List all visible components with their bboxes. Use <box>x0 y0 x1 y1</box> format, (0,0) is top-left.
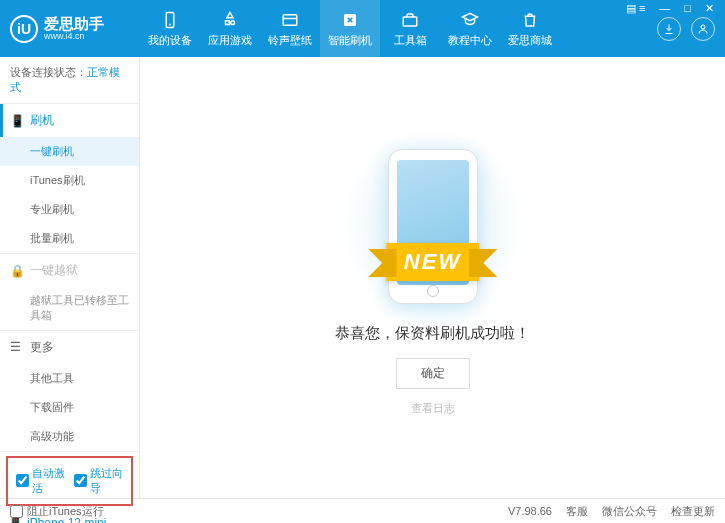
header-right <box>657 17 715 41</box>
nav-my-device[interactable]: 我的设备 <box>140 0 200 57</box>
app-url: www.i4.cn <box>44 31 104 41</box>
phone-small-icon: 📱 <box>10 114 24 128</box>
app-name: 爱思助手 <box>44 16 104 31</box>
sidebar-item-other[interactable]: 其他工具 <box>0 364 139 393</box>
nav-ringtones[interactable]: 铃声壁纸 <box>260 0 320 57</box>
sidebar-item-batch[interactable]: 批量刷机 <box>0 224 139 253</box>
sidebar-item-pro[interactable]: 专业刷机 <box>0 195 139 224</box>
support-link[interactable]: 客服 <box>566 504 588 519</box>
flash-icon <box>340 10 360 30</box>
new-ribbon: NEW <box>386 243 479 281</box>
sidebar: 设备连接状态：正常模式 📱刷机 一键刷机 iTunes刷机 专业刷机 批量刷机 … <box>0 57 140 498</box>
ok-button[interactable]: 确定 <box>396 358 470 389</box>
checkbox-block-itunes[interactable]: 阻止iTunes运行 <box>10 504 104 519</box>
close-icon[interactable]: ✕ <box>702 2 717 15</box>
nav-flash[interactable]: 智能刷机 <box>320 0 380 57</box>
nav-apps[interactable]: 应用游戏 <box>200 0 260 57</box>
minimize-icon[interactable]: — <box>656 2 673 15</box>
more-icon: ☰ <box>10 340 24 354</box>
user-button[interactable] <box>691 17 715 41</box>
logo-area: iU 爱思助手 www.i4.cn <box>10 15 140 43</box>
tutorial-icon <box>460 10 480 30</box>
nav-store[interactable]: 爱思商城 <box>500 0 560 57</box>
sidebar-item-download-fw[interactable]: 下载固件 <box>0 393 139 422</box>
wallpaper-icon <box>280 10 300 30</box>
sidebar-item-advanced[interactable]: 高级功能 <box>0 422 139 451</box>
download-button[interactable] <box>657 17 681 41</box>
app-header: iU 爱思助手 www.i4.cn 我的设备 应用游戏 铃声壁纸 智能刷机 工具… <box>0 0 725 57</box>
maximize-icon[interactable]: □ <box>681 2 694 15</box>
store-icon <box>520 10 540 30</box>
jailbreak-note: 越狱工具已转移至工具箱 <box>0 287 139 330</box>
success-illustration: NEW <box>328 139 538 309</box>
wechat-link[interactable]: 微信公众号 <box>602 504 657 519</box>
svg-point-5 <box>701 25 705 29</box>
update-link[interactable]: 检查更新 <box>671 504 715 519</box>
apps-icon <box>220 10 240 30</box>
checkbox-skip-guide[interactable]: 跳过向导 <box>74 466 124 496</box>
view-log-link[interactable]: 查看日志 <box>411 401 455 416</box>
phone-icon <box>160 10 180 30</box>
logo-icon: iU <box>10 15 38 43</box>
main-content: NEW 恭喜您，保资料刷机成功啦！ 确定 查看日志 <box>140 57 725 498</box>
nav-tutorials[interactable]: 教程中心 <box>440 0 500 57</box>
success-message: 恭喜您，保资料刷机成功啦！ <box>335 324 530 343</box>
nav-toolbox[interactable]: 工具箱 <box>380 0 440 57</box>
svg-rect-4 <box>403 17 417 26</box>
connection-status: 设备连接状态：正常模式 <box>0 57 139 104</box>
sidebar-item-oneclick[interactable]: 一键刷机 <box>0 137 139 166</box>
toolbox-icon <box>400 10 420 30</box>
menu-icon[interactable]: ▤ ≡ <box>623 2 648 15</box>
options-box: 自动激活 跳过向导 <box>6 456 133 506</box>
sidebar-section-flash[interactable]: 📱刷机 <box>0 104 139 137</box>
main-nav: 我的设备 应用游戏 铃声壁纸 智能刷机 工具箱 教程中心 爱思商城 <box>140 0 657 57</box>
lock-icon: 🔒 <box>10 264 24 278</box>
sidebar-section-jailbreak[interactable]: 🔒一键越狱 <box>0 254 139 287</box>
svg-rect-2 <box>283 14 297 25</box>
checkbox-auto-activate[interactable]: 自动激活 <box>16 466 66 496</box>
window-controls: ▤ ≡ — □ ✕ <box>623 2 717 15</box>
sidebar-section-more[interactable]: ☰更多 <box>0 331 139 364</box>
version-label: V7.98.66 <box>508 505 552 517</box>
sidebar-item-itunes[interactable]: iTunes刷机 <box>0 166 139 195</box>
